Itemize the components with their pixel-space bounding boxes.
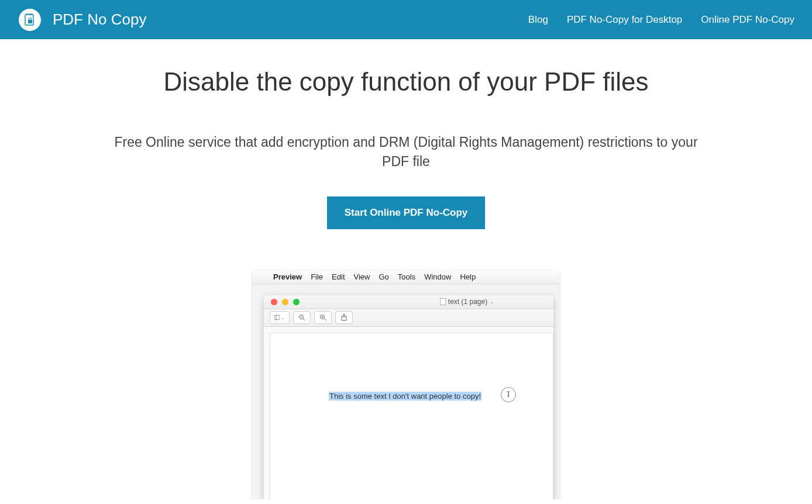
menu-tools: Tools xyxy=(398,272,415,281)
window-title-text: text (1 page) xyxy=(448,298,487,306)
menubar-app-name: Preview xyxy=(273,272,302,281)
chevron-down-icon: ⌄ xyxy=(490,299,494,305)
menu-go: Go xyxy=(379,272,388,281)
logo-icon xyxy=(19,9,41,31)
document-page: This is some text I don't want people to… xyxy=(270,333,553,499)
minimize-icon xyxy=(282,299,288,305)
maximize-icon xyxy=(293,299,300,305)
mac-desktop: Preview File Edit View Go Tools Window H… xyxy=(253,270,559,499)
sidebar-toggle-icon: ⌄ xyxy=(270,311,290,324)
zoom-out-icon xyxy=(293,311,311,324)
main-nav: Blog PDF No-Copy for Desktop Online PDF … xyxy=(528,14,794,26)
nav-online[interactable]: Online PDF No-Copy xyxy=(701,14,794,26)
menu-view: View xyxy=(354,272,370,281)
brand[interactable]: PDF No Copy xyxy=(19,9,146,31)
page-subtitle: Free Online service that add encryption … xyxy=(108,133,704,172)
menu-help: Help xyxy=(460,272,476,281)
share-icon xyxy=(335,311,353,324)
zoom-in-icon xyxy=(314,311,332,324)
document-viewport: This is some text I don't want people to… xyxy=(264,327,553,499)
nav-desktop[interactable]: PDF No-Copy for Desktop xyxy=(567,14,682,26)
menu-edit: Edit xyxy=(332,272,345,281)
selected-text: This is some text I don't want people to… xyxy=(329,392,481,401)
page-title: Disable the copy function of your PDF fi… xyxy=(0,67,812,96)
menu-file: File xyxy=(311,272,323,281)
svg-line-12 xyxy=(324,319,326,320)
nav-blog[interactable]: Blog xyxy=(528,14,548,26)
titlebar: text (1 page) ⌄ xyxy=(264,295,553,309)
demo-screenshot: Preview File Edit View Go Tools Window H… xyxy=(0,270,812,499)
traffic-lights xyxy=(271,299,300,305)
preview-toolbar: ⌄ xyxy=(264,309,553,327)
main-header: PDF No Copy Blog PDF No-Copy for Desktop… xyxy=(0,0,812,39)
menu-window: Window xyxy=(424,272,451,281)
mac-menubar: Preview File Edit View Go Tools Window H… xyxy=(253,270,559,284)
preview-window: text (1 page) ⌄ ⌄ xyxy=(264,295,553,499)
svg-line-9 xyxy=(303,319,305,320)
svg-rect-6 xyxy=(274,315,280,320)
close-icon xyxy=(271,299,277,305)
window-title: text (1 page) ⌄ xyxy=(440,298,494,306)
brand-text: PDF No Copy xyxy=(53,11,146,29)
cursor-indicator-icon: I xyxy=(501,387,516,402)
svg-rect-1 xyxy=(28,20,32,23)
document-icon xyxy=(440,298,446,305)
start-button[interactable]: Start Online PDF No-Copy xyxy=(327,196,486,229)
hero-section: Disable the copy function of your PDF fi… xyxy=(0,39,812,499)
